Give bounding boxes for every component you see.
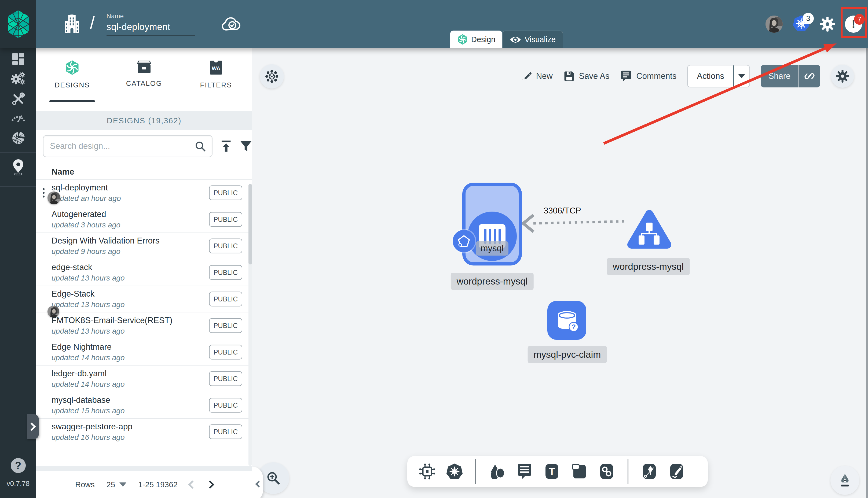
nav-expand-handle[interactable] xyxy=(27,414,39,439)
filter-funnel-icon[interactable] xyxy=(240,141,252,152)
visibility-badge: PUBLIC xyxy=(209,212,242,227)
design-row-name: swagger-petstore-app xyxy=(52,422,132,432)
edge-port-label: 3306/TCP xyxy=(544,206,581,215)
row-menu-icon[interactable] xyxy=(43,188,44,198)
pin-icon[interactable] xyxy=(11,159,26,175)
node-service[interactable] xyxy=(626,207,672,251)
lifecycle-gears-icon[interactable] xyxy=(11,71,26,86)
design-name-input[interactable]: sql-deployment xyxy=(106,22,195,36)
settings-gear-icon[interactable] xyxy=(820,16,835,32)
meshery-logo-icon xyxy=(5,9,31,39)
design-row-name: Edge Nightmare xyxy=(52,342,125,352)
designs-list: sql-deployment updated an hour ago PUBLI… xyxy=(36,180,252,445)
design-row-name: Edge-Stack xyxy=(52,289,125,299)
design-list-item[interactable]: edge-stack updated 13 hours ago PUBLIC xyxy=(36,259,252,286)
design-list-item[interactable]: Design With Validation Errors updated 9 … xyxy=(36,233,252,259)
app-header: / Name sql-deployment Design xyxy=(0,0,868,48)
design-list-item[interactable]: Edge-Stack updated 13 hours ago PUBLIC xyxy=(36,286,252,312)
next-page-button[interactable] xyxy=(206,480,214,489)
extensions-icon[interactable] xyxy=(11,131,26,145)
organization-building-icon[interactable] xyxy=(63,14,81,34)
performance-gauge-icon[interactable] xyxy=(11,110,26,123)
notes-icon[interactable] xyxy=(516,463,533,480)
tab-filters[interactable]: WA FILTERS xyxy=(180,48,252,111)
visibility-badge: PUBLIC xyxy=(209,424,242,439)
shapes-icon[interactable] xyxy=(489,463,506,480)
window-scrollbar[interactable] xyxy=(866,0,868,498)
shapes-toolbar: T xyxy=(407,456,708,487)
designs-count-header: DESIGNS (19,362) xyxy=(36,111,252,130)
tab-catalog-label: CATALOG xyxy=(126,79,162,88)
visibility-badge: PUBLIC xyxy=(209,345,242,359)
import-design-icon[interactable] xyxy=(220,140,232,152)
node-deployment[interactable]: mysql xyxy=(462,183,522,265)
left-nav: ? v0.7.78 xyxy=(0,48,36,498)
design-row-updated: updated 13 hours ago xyxy=(52,274,125,283)
chevron-right-icon xyxy=(27,422,36,431)
notification-button[interactable]: ! 7 xyxy=(845,15,862,33)
meshery-logo[interactable] xyxy=(0,0,36,48)
canvas-settings-button[interactable] xyxy=(831,65,854,88)
tab-design[interactable]: Design xyxy=(450,30,502,48)
breadcrumb-separator: / xyxy=(90,13,95,33)
rows-per-page-select[interactable]: 25 xyxy=(106,480,126,489)
container-label: mysql xyxy=(476,241,508,255)
node-label-pvc: mysql-pvc-claim xyxy=(528,346,607,363)
tab-catalog[interactable]: CATALOG xyxy=(108,48,180,111)
design-row-name: FMTOK8S-Email-Service(REST) xyxy=(52,316,172,325)
design-list-item[interactable]: FMTOK8S-Email-Service(REST) updated 13 h… xyxy=(36,312,252,339)
freehand-draw-icon[interactable] xyxy=(668,463,685,480)
list-scrollbar-thumb[interactable] xyxy=(248,184,252,264)
sticky-note-icon[interactable] xyxy=(571,463,588,480)
pen-tool-icon[interactable] xyxy=(641,463,658,480)
actions-button[interactable]: Actions xyxy=(687,65,750,88)
annotation-pen-button[interactable] xyxy=(830,466,859,495)
eye-icon xyxy=(509,35,521,44)
design-row-updated: updated 15 hours ago xyxy=(52,407,125,415)
actions-dropdown-button[interactable] xyxy=(733,65,749,88)
designs-swirl-icon xyxy=(65,60,80,75)
link-icon xyxy=(804,70,815,82)
save-icon xyxy=(563,70,575,82)
toolbar-divider xyxy=(627,459,629,484)
design-list-item[interactable]: ledger-db.yaml updated 14 hours ago PUBL… xyxy=(36,365,252,392)
design-row-updated: updated 13 hours ago xyxy=(52,327,172,336)
list-scrollbar[interactable] xyxy=(248,184,252,466)
search-design-input[interactable] xyxy=(49,141,194,151)
mesh-toggle-button[interactable] xyxy=(260,64,284,89)
search-box xyxy=(43,135,212,157)
design-list-item[interactable]: Edge Nightmare updated 14 hours ago PUBL… xyxy=(36,339,252,365)
tab-visualize[interactable]: Visualize xyxy=(502,30,563,48)
tab-designs[interactable]: DESIGNS xyxy=(36,48,108,111)
edge-layer xyxy=(252,48,868,498)
configuration-tools-icon[interactable] xyxy=(11,92,25,106)
design-canvas[interactable]: New Save As Comments xyxy=(252,48,868,498)
pen-nib-icon xyxy=(839,473,851,487)
tab-designs-label: DESIGNS xyxy=(54,81,90,89)
design-list-item[interactable]: mysql-database updated 15 hours ago PUBL… xyxy=(36,392,252,418)
share-button[interactable]: Share xyxy=(761,65,820,88)
node-label-service: wordpress-mysql xyxy=(607,258,690,275)
kubernetes-context-switcher[interactable]: 3 xyxy=(792,15,810,33)
save-as-button[interactable]: Save As xyxy=(563,70,610,82)
help-icon[interactable]: ? xyxy=(11,458,26,473)
design-list-item[interactable]: Autogenerated updated 3 hours ago PUBLIC xyxy=(36,206,252,233)
comments-button[interactable]: Comments xyxy=(620,70,676,82)
component-chip-icon[interactable] xyxy=(418,463,436,480)
pagination-bar: Rows 25 1-25 19362 xyxy=(36,471,252,498)
link-edge-icon[interactable] xyxy=(598,463,615,480)
panel-tabs: DESIGNS CATALOG WA FILTE xyxy=(36,48,252,111)
previous-page-button[interactable] xyxy=(188,480,196,489)
search-icon[interactable] xyxy=(194,140,206,152)
design-list-item[interactable]: swagger-petstore-app updated 16 hours ag… xyxy=(36,418,252,445)
design-list-item[interactable]: sql-deployment updated an hour ago PUBLI… xyxy=(36,180,252,206)
text-tool-icon[interactable]: T xyxy=(543,463,560,480)
new-button[interactable]: New xyxy=(520,70,553,82)
meshery-app: / Name sql-deployment Design xyxy=(0,0,868,498)
kubernetes-icon[interactable] xyxy=(446,463,463,480)
copy-link-button[interactable] xyxy=(798,65,820,88)
user-avatar[interactable] xyxy=(765,15,783,33)
node-pvc[interactable]: ? xyxy=(547,301,586,340)
design-owner-avatar xyxy=(48,306,59,317)
dashboard-icon[interactable] xyxy=(11,52,25,66)
